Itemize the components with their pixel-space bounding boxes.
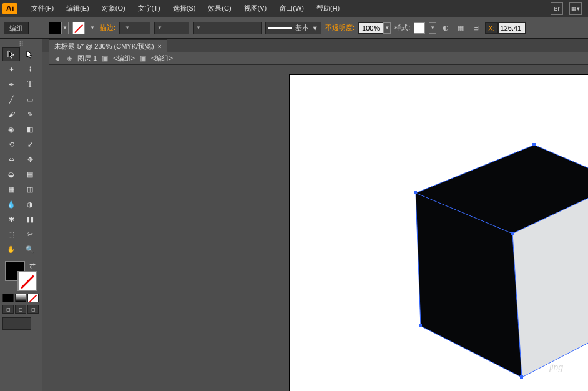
canvas-area[interactable]: jing	[42, 65, 588, 391]
stroke-indicator[interactable]	[17, 271, 37, 291]
fill-color-icon	[49, 22, 61, 34]
stroke-dropdown-icon[interactable]: ▼	[89, 22, 96, 34]
symbol-sprayer-tool[interactable]: ✱	[2, 212, 20, 226]
menu-edit[interactable]: 编辑(E)	[60, 4, 96, 13]
blend-tool[interactable]: ◑	[21, 197, 39, 211]
pencil-tool[interactable]: ✎	[21, 107, 39, 121]
transform-icon[interactable]: ⊞	[470, 22, 481, 34]
app-logo: Ai	[2, 3, 17, 14]
breadcrumb-group-1[interactable]: <编组>	[113, 54, 135, 63]
color-mode-none[interactable]	[27, 294, 39, 302]
line-segment-tool[interactable]: ╱	[2, 92, 20, 106]
stroke-label: 描边:	[100, 23, 115, 32]
fill-dropdown-icon[interactable]: ▼	[61, 22, 68, 34]
rectangle-tool[interactable]: ▭	[21, 92, 39, 106]
menu-object[interactable]: 对象(O)	[96, 4, 132, 13]
gradient-tool[interactable]: ◫	[21, 182, 39, 196]
selected-cube-artwork[interactable]	[360, 127, 588, 377]
tools-panel: ⠿ ✦ ⌇ ✒ T ╱ ▭ 🖌 ✎ ◉ ◧ ⟲ ⤢ ⇔ ✥ ◒ ▤ ▦ ◫ 💧 …	[0, 39, 42, 391]
drawing-mode-row: ◻ ◻ ◻	[2, 305, 39, 314]
variable-width-profile[interactable]: ▼	[154, 22, 189, 34]
opacity-input[interactable]	[358, 22, 383, 34]
eraser-tool[interactable]: ◧	[21, 122, 39, 136]
pen-tool[interactable]: ✒	[2, 77, 20, 91]
menu-select[interactable]: 选择(S)	[167, 4, 202, 13]
selection-type-label: 编组	[4, 22, 29, 34]
breadcrumb-group-2[interactable]: <编组>	[151, 54, 173, 63]
color-mode-gradient[interactable]	[15, 294, 26, 302]
draw-inside-icon[interactable]: ◻	[27, 305, 39, 314]
column-graph-tool[interactable]: ▮▮	[21, 212, 39, 226]
x-position-field[interactable]: X:	[485, 22, 525, 34]
shape-builder-tool[interactable]: ◒	[2, 167, 20, 181]
opacity-field[interactable]: ▼	[358, 22, 391, 34]
arrange-documents-icon[interactable]: ▦▾	[569, 2, 582, 15]
stroke-swatch-none-icon[interactable]	[72, 22, 85, 34]
screen-mode-button[interactable]	[2, 317, 31, 330]
group-icon: ▣	[139, 54, 147, 63]
recolor-artwork-icon[interactable]: ◐	[440, 22, 451, 34]
bridge-icon[interactable]: Br	[551, 2, 563, 15]
close-tab-icon[interactable]: ×	[158, 43, 162, 50]
chevron-down-icon: ▼	[311, 24, 318, 32]
brush-definition-select[interactable]: ▼	[193, 22, 262, 34]
graphic-style-swatch[interactable]	[414, 22, 425, 34]
style-label: 样式:	[394, 23, 410, 32]
chevron-down-icon: ▼	[157, 25, 162, 31]
layers-icon: ◈	[65, 54, 74, 63]
lasso-tool[interactable]: ⌇	[21, 62, 39, 76]
direct-selection-tool[interactable]	[21, 47, 39, 61]
breadcrumb-layer[interactable]: 图层 1	[77, 54, 97, 63]
options-bar: 编组 ▼ ▼ 描边: ▼ ▼ ▼ 基本 ▼ 不透明度: ▼ 样式: ▼ ◐ ▦ …	[0, 17, 588, 39]
menu-help[interactable]: 帮助(H)	[310, 4, 346, 13]
artboard-tool[interactable]: ⬚	[2, 227, 20, 241]
isolation-breadcrumb: ◄ ◈ 图层 1 ▣ <编组> ▣ <编组>	[49, 52, 588, 65]
perspective-grid-tool[interactable]: ▤	[21, 167, 39, 181]
menu-window[interactable]: 窗口(W)	[273, 4, 310, 13]
style-dropdown-icon[interactable]: ▼	[429, 22, 436, 34]
fill-stroke-control[interactable]: ⇄	[2, 260, 39, 290]
menu-file[interactable]: 文件(F)	[25, 4, 60, 13]
color-mode-row	[2, 294, 39, 302]
menu-effect[interactable]: 效果(C)	[202, 4, 237, 13]
svg-rect-8	[520, 375, 523, 379]
x-input[interactable]	[498, 22, 526, 34]
group-icon: ▣	[100, 54, 109, 63]
draw-normal-icon[interactable]: ◻	[2, 305, 14, 314]
align-icon[interactable]: ▦	[455, 22, 466, 34]
draw-behind-icon[interactable]: ◻	[15, 305, 26, 314]
stroke-weight-select[interactable]: ▼	[119, 22, 150, 34]
document-tab[interactable]: 未标题-5* @ 230% (CMYK/预览) ×	[49, 39, 167, 52]
selection-tool[interactable]	[2, 47, 20, 61]
hand-tool[interactable]: ✋	[2, 242, 20, 256]
document-tab-title: 未标题-5* @ 230% (CMYK/预览)	[54, 42, 154, 51]
chevron-down-icon: ▼	[125, 25, 130, 31]
type-tool[interactable]: T	[21, 77, 39, 91]
free-transform-tool[interactable]: ✥	[21, 152, 39, 166]
menu-type[interactable]: 文字(T)	[132, 4, 167, 13]
opacity-dropdown-icon[interactable]: ▼	[383, 22, 391, 34]
paintbrush-tool[interactable]: 🖌	[2, 107, 20, 121]
eyedropper-tool[interactable]: 💧	[2, 197, 20, 211]
svg-rect-6	[511, 232, 514, 235]
zoom-tool[interactable]: 🔍	[21, 242, 39, 256]
width-tool[interactable]: ⇔	[2, 152, 20, 166]
magic-wand-tool[interactable]: ✦	[2, 62, 20, 76]
scale-tool[interactable]: ⤢	[21, 137, 39, 151]
rotate-tool[interactable]: ⟲	[2, 137, 20, 151]
guide-line	[275, 65, 275, 391]
fill-swatch[interactable]: ▼	[49, 22, 69, 34]
stroke-style-select[interactable]: 基本 ▼	[265, 22, 321, 34]
x-label: X:	[485, 22, 497, 34]
document-tab-bar: 未标题-5* @ 230% (CMYK/预览) ×	[0, 39, 588, 52]
panel-grip-icon[interactable]: ⠿	[2, 41, 39, 46]
mesh-tool[interactable]: ▦	[2, 182, 20, 196]
blob-brush-tool[interactable]: ◉	[2, 122, 20, 136]
menu-view[interactable]: 视图(V)	[238, 4, 273, 13]
color-mode-solid[interactable]	[2, 294, 14, 302]
slice-tool[interactable]: ✂	[21, 227, 39, 241]
opacity-label: 不透明度:	[325, 23, 355, 32]
swap-fill-stroke-icon[interactable]: ⇄	[29, 261, 36, 270]
stroke-style-label: 基本	[295, 23, 309, 32]
back-arrow-icon[interactable]: ◄	[52, 54, 61, 63]
